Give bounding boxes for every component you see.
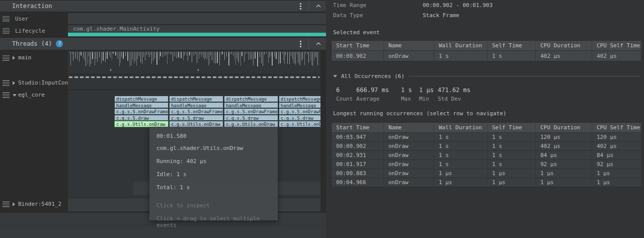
drag-handle-icon[interactable] xyxy=(3,28,10,34)
column-header[interactable]: Start Time xyxy=(332,123,384,133)
table-cell: onDraw xyxy=(384,160,434,169)
header-divider xyxy=(308,2,309,11)
input-thread-state-chart[interactable] xyxy=(69,76,319,78)
column-header[interactable]: CPU Duration xyxy=(536,41,592,51)
trace-event-mark xyxy=(198,69,199,71)
table-row[interactable]: 00:03.947onDraw1 s1 s120 µs120 µs xyxy=(332,133,641,142)
table-row[interactable]: 00:01.917onDraw1 s1 s92 µs92 µs xyxy=(332,160,641,169)
column-header[interactable]: Self Time xyxy=(488,41,536,51)
interaction-title: Interaction xyxy=(12,3,52,10)
activity-lifecycle-bar[interactable] xyxy=(68,33,326,36)
help-icon[interactable]: ? xyxy=(56,40,63,47)
thread-name: main xyxy=(18,54,32,62)
all-occurrences-title: All Occurrences (6) xyxy=(341,73,405,80)
expand-triangle-icon[interactable] xyxy=(13,56,15,60)
table-row[interactable]: 00:00.902onDraw1 s1 s402 µs402 µs xyxy=(332,51,641,61)
table-cell: 120 µs xyxy=(536,133,592,142)
threads-section-header[interactable]: Threads (4) ? xyxy=(0,37,326,50)
data-type-row: Data Type Stack Frame xyxy=(333,12,459,19)
table-cell: 00:00.902 xyxy=(332,51,384,61)
timeline-panel: Interaction User Lifecycle com.gl xyxy=(0,0,326,238)
table-row[interactable]: 00:00.883onDraw1 µs1 µs1 µs1 µs xyxy=(332,169,641,178)
flame-frame[interactable]: c.g.s.S.onDrawFrame xyxy=(224,108,278,115)
table-cell: 120 µs xyxy=(592,133,641,142)
column-header[interactable]: CPU Self Time xyxy=(592,123,641,133)
tooltip-stats: Running: 402 µsIdle: 1 sTotal: 1 s xyxy=(156,158,271,191)
flame-frame[interactable]: dispatchMessage xyxy=(169,96,223,102)
stat-min: 1 µs Min xyxy=(417,87,436,102)
drag-handle-icon[interactable] xyxy=(3,16,10,21)
table-cell: 402 µs xyxy=(536,51,592,61)
flame-frame[interactable]: c.g.s.S.onDrawFrame xyxy=(114,108,169,115)
table-cell: onDraw xyxy=(384,169,434,178)
column-header[interactable]: Wall Duration xyxy=(434,123,488,133)
all-occurrences-header[interactable]: All Occurrences (6) xyxy=(333,73,640,80)
lifecycle-row-label: Lifecycle xyxy=(15,28,45,34)
drag-handle-icon[interactable] xyxy=(3,202,10,207)
column-header[interactable]: Wall Duration xyxy=(434,41,488,51)
thread-row-main[interactable]: main xyxy=(0,54,68,62)
thread-row-studio-inputcon[interactable]: Studio:InputCon xyxy=(0,79,68,87)
drag-handle-icon[interactable] xyxy=(3,55,10,61)
table-cell: 92 µs xyxy=(536,160,592,169)
expand-triangle-icon[interactable] xyxy=(13,202,15,206)
main-thread-trace-chart[interactable] xyxy=(69,52,319,67)
stat-average: 666.97 ms Average xyxy=(354,87,399,102)
time-range-row: Time Range 00:00.902 - 00:01.903 xyxy=(333,2,493,9)
table-cell: 402 µs xyxy=(592,142,641,151)
column-header[interactable]: Self Time xyxy=(488,123,536,133)
collapse-chevron-icon[interactable] xyxy=(316,42,321,45)
stat-value: 666.97 ms xyxy=(356,87,399,94)
table-row[interactable]: 00:04.966onDraw1 µs1 µs1 µs1 µs xyxy=(332,178,641,187)
kebab-menu-icon[interactable] xyxy=(300,3,301,10)
tooltip-method-name: com.gl.shader.Utils.onDraw xyxy=(156,145,271,151)
table-cell: 84 µs xyxy=(536,151,592,160)
drag-handle-icon[interactable] xyxy=(3,81,10,86)
column-header[interactable]: Start Time xyxy=(332,41,384,51)
flame-frame[interactable]: handleMessage xyxy=(114,102,169,109)
column-header[interactable]: Name xyxy=(384,123,434,133)
thread-name: Studio:InputCon xyxy=(18,79,68,87)
flame-frame[interactable]: dispatchMessage xyxy=(114,96,169,102)
flame-frame[interactable]: dispatchMessage xyxy=(224,96,278,102)
thread-row-binder[interactable]: Binder:5401_2 xyxy=(0,200,68,208)
table-row[interactable]: 00:00.902onDraw1 s1 s402 µs402 µs xyxy=(332,142,641,151)
kebab-menu-icon[interactable] xyxy=(300,41,301,47)
flame-frame[interactable]: handleMessage xyxy=(169,102,223,109)
table-cell: 1 s xyxy=(434,133,488,142)
collapse-chevron-icon[interactable] xyxy=(316,5,321,8)
event-tooltip: 00:01.580 com.gl.shader.Utils.onDraw Run… xyxy=(149,127,278,220)
flame-frame[interactable]: c.g.s.S.draw xyxy=(224,115,278,121)
thread-row-egl-core[interactable]: egl_core xyxy=(0,91,68,99)
tooltip-stat-line: Total: 1 s xyxy=(156,184,271,191)
selected-event-title: Selected event xyxy=(333,29,380,36)
column-header[interactable]: Name xyxy=(384,41,434,51)
table-cell: 1 µs xyxy=(592,169,641,178)
stat-value: 471.62 ms xyxy=(438,87,470,94)
tooltip-hint: Click + drag to select multiple events xyxy=(156,215,271,228)
user-events-track[interactable] xyxy=(68,13,326,24)
lifecycle-track[interactable]: com.gl.shader.MainActivity xyxy=(68,25,326,37)
flame-frame[interactable]: c.g.s.S.draw xyxy=(114,115,169,121)
flame-frame[interactable]: c.g.s.S.onDrawFrame xyxy=(169,108,223,115)
interaction-section-header[interactable]: Interaction xyxy=(0,0,326,12)
column-header[interactable]: CPU Self Time xyxy=(592,41,641,51)
header-divider xyxy=(308,39,309,49)
drag-handle-icon[interactable] xyxy=(3,93,10,98)
table-cell: 1 s xyxy=(434,51,488,61)
flame-frame[interactable]: handleMessage xyxy=(224,102,278,109)
collapse-triangle-icon[interactable] xyxy=(13,94,17,97)
table-cell: 00:00.902 xyxy=(332,142,384,151)
table-cell: 84 µs xyxy=(592,151,641,160)
table-row[interactable]: 00:02.931onDraw1 s1 s84 µs84 µs xyxy=(332,151,641,160)
flame-column: dispatchMessagehandleMessagec.g.s.S.onDr… xyxy=(169,96,223,127)
longest-occurrences-table: Start TimeNameWall DurationSelf TimeCPU … xyxy=(331,122,641,187)
time-range-label: Time Range xyxy=(333,2,423,9)
stat-value: 6 xyxy=(336,87,354,94)
column-header[interactable]: CPU Duration xyxy=(536,123,592,133)
expand-triangle-icon[interactable] xyxy=(13,81,15,85)
collapse-triangle-icon[interactable] xyxy=(333,75,337,77)
tooltip-stat-line: Running: 402 µs xyxy=(156,158,271,165)
flame-frame[interactable]: c.g.s.S.draw xyxy=(169,115,223,121)
table-cell: 00:03.947 xyxy=(332,133,384,142)
